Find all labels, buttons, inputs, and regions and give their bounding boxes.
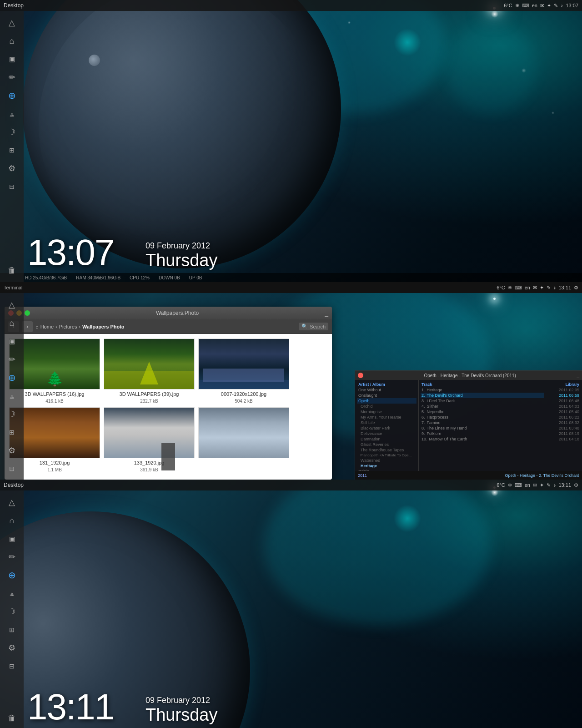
dock-bottom-settings[interactable]: ⚙ (4, 640, 20, 656)
dock-pencil-icon[interactable]: ✏ (4, 69, 20, 86)
dock-bottom-chrome[interactable]: ⊕ (4, 567, 20, 583)
dock-mid-network[interactable]: ⟁ (4, 388, 20, 404)
lib-year-1: 2011 02:05 (547, 387, 580, 393)
file-item-3[interactable]: 0007-1920x1200.jpg 504.2 kB (198, 339, 289, 404)
left-dock-mid: △ ⌂ ▣ ✏ ⊕ ⟁ ☽ ⊞ ⚙ ⊟ (0, 293, 24, 480)
music-album-morningrise[interactable]: Morningrise (357, 409, 416, 415)
music-album-heritage[interactable]: Heritage (357, 463, 416, 469)
taskbar-title: Desktop (4, 2, 24, 9)
dock-bottom-home[interactable]: ⌂ (4, 512, 20, 529)
music-album-deliverance[interactable]: Deliverance (357, 431, 416, 436)
dock-mid-tool[interactable]: ☽ (4, 406, 20, 422)
music-album-plancopeth[interactable]: Plancopeth <A Tribute To Ope... (357, 453, 416, 458)
date-line1-top: 09 February 2012 (146, 241, 217, 251)
dock-mid-chrome[interactable]: ⊕ (4, 369, 20, 386)
dock-terminal-icon[interactable]: ▣ (4, 51, 20, 67)
breadcrumb-sep1: › (55, 324, 57, 329)
track-7[interactable]: 7.Famine (421, 420, 544, 425)
dock-mid-apps[interactable]: ⊟ (4, 460, 20, 477)
clock-top: 13:07 09 February 2012 Thursday (27, 234, 114, 271)
dock-bottom-trash[interactable]: 🗑 (4, 710, 20, 726)
dock-mid-triangle[interactable]: △ (4, 297, 20, 313)
top-taskbar: Desktop 6°C ❄ ⌨ en ✉ ✦ ✎ ♪ 13:07 (0, 0, 582, 11)
breadcrumb-pictures[interactable]: Pictures (59, 324, 77, 329)
mid-taskbar-terminal[interactable]: Terminal (4, 285, 23, 290)
breadcrumb-home[interactable]: Home (40, 324, 54, 329)
clock-bottom: 13:11 09 February 2012 Thursday (27, 689, 114, 725)
dock-bottom-network[interactable]: ⟁ (4, 585, 20, 602)
time-display-top: 13:07 (566, 3, 578, 8)
music-min-btn[interactable]: _ (577, 373, 579, 378)
music-col-header: Artist / Album (357, 382, 416, 387)
track-5[interactable]: 5.Nepenthe (421, 409, 544, 415)
track-2-active[interactable]: 2.The Devil's Orchard (421, 393, 544, 398)
music-album-blackwater[interactable]: Blackwater Park (357, 425, 416, 431)
dock-home-icon[interactable]: ⌂ (4, 33, 20, 49)
dock-mid-home[interactable]: ⌂ (4, 315, 20, 331)
dock-bottom-pencil[interactable]: ✏ (4, 549, 20, 565)
bottom-pencil: ✎ (547, 482, 551, 488)
dock-mid-screenshot[interactable]: ⊞ (4, 424, 20, 440)
thumb-img-6 (198, 407, 289, 458)
dock-settings-icon[interactable]: ⚙ (4, 160, 20, 177)
thumb-img-2 (104, 339, 195, 389)
fm-search[interactable]: 🔍 Search (299, 323, 328, 330)
dock-tool-icon[interactable]: ☽ (4, 124, 20, 140)
track-9[interactable]: 9.Folklore (421, 431, 544, 436)
file-item-5[interactable]: 133_1920.jpg 361.9 kB (104, 407, 195, 472)
fm-close-x[interactable]: _ (325, 309, 328, 317)
music-artist-opeth[interactable]: Opeth (357, 398, 416, 404)
music-album-ghost[interactable]: Ghost Reveries (357, 442, 416, 447)
track-4[interactable]: 4.Slither (421, 404, 544, 409)
mid-time: 13:11 (558, 285, 571, 290)
clock-date-bottom: 09 February 2012 Thursday (146, 696, 217, 725)
fm-max-btn[interactable] (25, 310, 30, 316)
music-album-stilllife[interactable]: Still Life (357, 420, 416, 425)
dock-mid-pencil[interactable]: ✏ (4, 351, 20, 368)
music-album-orchid[interactable]: Orchid (357, 404, 416, 409)
bottom-lang: en (525, 482, 530, 488)
dock-mid-terminal[interactable]: ▣ (4, 333, 20, 349)
thumb-img-5 (104, 407, 195, 458)
file-item-6[interactable] (198, 407, 289, 472)
music-artist-onslaught[interactable]: Onslaught (357, 393, 416, 398)
breadcrumb-current[interactable]: Wallpapers Photo (82, 324, 125, 329)
dock-screenshot-icon[interactable]: ⊞ (4, 142, 20, 158)
file-item-2[interactable]: 3D WALLPAPERS (39).jpg 232.7 kB (104, 339, 195, 404)
music-album-myarms[interactable]: My Arms, Your Hearse (357, 415, 416, 420)
music-album-roundhouse[interactable]: The Roundhouse Tapes (357, 447, 416, 453)
top-desktop: Desktop 6°C ❄ ⌨ en ✉ ✦ ✎ ♪ 13:07 △ ⌂ ▣ ✏… (0, 0, 582, 282)
lib-year-2: 2011 06:59 (547, 393, 580, 398)
music-album-damnation[interactable]: Damnation (357, 436, 416, 442)
dock-bottom-screenshot[interactable]: ⊞ (4, 622, 20, 638)
dock-bottom-terminal[interactable]: ▣ (4, 531, 20, 547)
bottom-desktop: Desktop 6°C ❄ ⌨ en ✉ ✦ ✎ ♪ 13:11 ⚙ △ ⌂ ▣… (0, 480, 582, 728)
music-artist-one-without[interactable]: One Without (357, 387, 416, 393)
track-10[interactable]: 10.Marrow Of The Earth (421, 436, 544, 442)
track-3[interactable]: 3.I Feel The Dark (421, 398, 544, 404)
music-library-panel: Artist / Album One Without Onslaught Ope… (355, 380, 419, 471)
pencil-icon: ✎ (554, 3, 558, 9)
music-artist-origin[interactable]: Origin (357, 469, 416, 471)
thumb-img-3 (198, 339, 289, 389)
cpu-status-top: CPU 12% (130, 275, 150, 280)
down-status-top: DOWN 0B (159, 275, 180, 280)
bottom-volume: ♪ (553, 482, 556, 488)
dock-bottom-triangle[interactable]: △ (4, 494, 20, 511)
music-album-watershed[interactable]: Watershed (357, 458, 416, 463)
dock-bottom-tool[interactable]: ☽ (4, 603, 20, 620)
track-1[interactable]: 1.Heritage (421, 387, 544, 393)
dock-trash-icon[interactable]: 🗑 (4, 262, 20, 278)
dock-apps-icon[interactable]: ⊟ (4, 178, 20, 195)
lib-year-4: 2011 04:03 (547, 404, 580, 409)
track-8[interactable]: 8.The Lines In My Hand (421, 425, 544, 431)
dock-triangle-icon[interactable]: △ (4, 15, 20, 31)
dock-mid-settings[interactable]: ⚙ (4, 442, 20, 459)
track-6[interactable]: 6.Haxprocess (421, 415, 544, 420)
dock-network-icon[interactable]: ⟁ (4, 106, 20, 122)
dock-chrome-icon[interactable]: ⊕ (4, 87, 20, 104)
mid-snowflake: ❄ (508, 285, 512, 291)
dock-bottom-apps[interactable]: ⊟ (4, 658, 20, 674)
music-close-btn[interactable] (358, 373, 363, 378)
mid-taskbar: Terminal 6°C ❄ ⌨ en ✉ ✦ ✎ ♪ 13:11 ⚙ (0, 282, 582, 293)
